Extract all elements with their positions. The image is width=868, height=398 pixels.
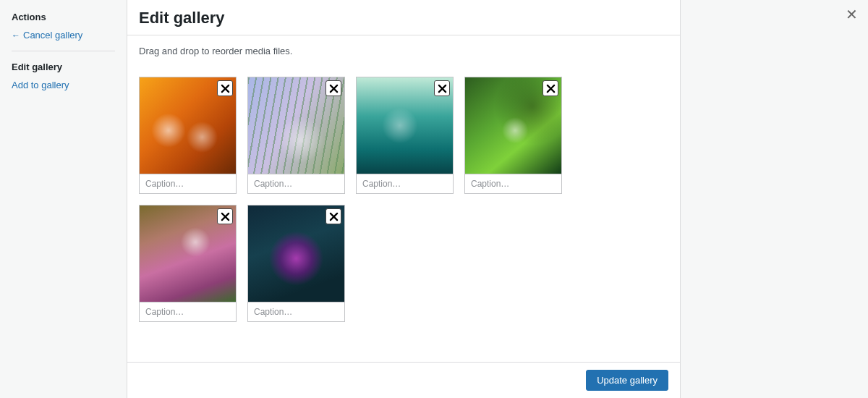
caption-input[interactable] xyxy=(247,174,345,194)
x-icon xyxy=(546,84,556,93)
add-to-gallery-link[interactable]: Add to gallery xyxy=(12,80,115,90)
cancel-gallery-link[interactable]: ← Cancel gallery xyxy=(12,30,115,41)
edit-gallery-heading: Edit gallery xyxy=(12,62,115,72)
x-icon xyxy=(221,212,230,221)
gallery-thumbnail xyxy=(139,205,237,302)
remove-item-button[interactable] xyxy=(434,80,450,96)
x-icon xyxy=(329,212,339,221)
actions-heading: Actions xyxy=(12,12,115,22)
modal-footer: Update gallery xyxy=(127,362,680,398)
close-icon: ✕ xyxy=(846,7,858,22)
cancel-gallery-label: Cancel gallery xyxy=(23,30,82,41)
caption-input[interactable] xyxy=(464,174,562,194)
gallery-item[interactable] xyxy=(247,205,345,322)
remove-item-button[interactable] xyxy=(217,80,233,96)
remove-item-button[interactable] xyxy=(326,208,341,224)
gallery-item[interactable] xyxy=(139,77,237,194)
details-panel xyxy=(680,0,868,398)
gallery-item[interactable] xyxy=(247,77,345,194)
gallery-thumbnail xyxy=(247,205,345,302)
remove-item-button[interactable] xyxy=(217,208,233,224)
main-area: Edit gallery Drag and drop to reorder me… xyxy=(127,0,868,398)
x-icon xyxy=(221,84,230,93)
sidebar-divider xyxy=(12,51,115,51)
gallery-thumbnail xyxy=(139,77,237,174)
x-icon xyxy=(329,84,339,93)
caption-input[interactable] xyxy=(356,174,454,194)
add-to-gallery-label: Add to gallery xyxy=(12,80,69,90)
x-icon xyxy=(438,84,447,93)
remove-item-button[interactable] xyxy=(326,80,341,96)
content-body: Drag and drop to reorder media files. xyxy=(127,35,680,362)
modal-body: Actions ← Cancel gallery Edit gallery Ad… xyxy=(0,0,868,398)
gallery-thumbnail xyxy=(464,77,562,174)
arrow-left-icon: ← xyxy=(12,30,20,41)
remove-item-button[interactable] xyxy=(542,80,558,96)
sidebar: Actions ← Cancel gallery Edit gallery Ad… xyxy=(0,0,127,398)
caption-input[interactable] xyxy=(247,302,345,322)
gallery-thumbnail xyxy=(247,77,345,174)
gallery-thumbnail xyxy=(356,77,454,174)
instructions-text: Drag and drop to reorder media files. xyxy=(139,46,668,56)
caption-input[interactable] xyxy=(139,302,237,322)
content-header: Edit gallery xyxy=(127,0,680,35)
content-column: Edit gallery Drag and drop to reorder me… xyxy=(127,0,680,398)
gallery-item[interactable] xyxy=(139,205,237,322)
gallery-grid xyxy=(139,77,668,322)
edit-gallery-modal: ✕ Actions ← Cancel gallery Edit gallery … xyxy=(0,0,868,398)
update-gallery-button[interactable]: Update gallery xyxy=(586,370,668,391)
gallery-item[interactable] xyxy=(356,77,454,194)
gallery-item[interactable] xyxy=(464,77,562,194)
close-button[interactable]: ✕ xyxy=(846,7,858,22)
page-title: Edit gallery xyxy=(139,9,668,27)
caption-input[interactable] xyxy=(139,174,237,194)
